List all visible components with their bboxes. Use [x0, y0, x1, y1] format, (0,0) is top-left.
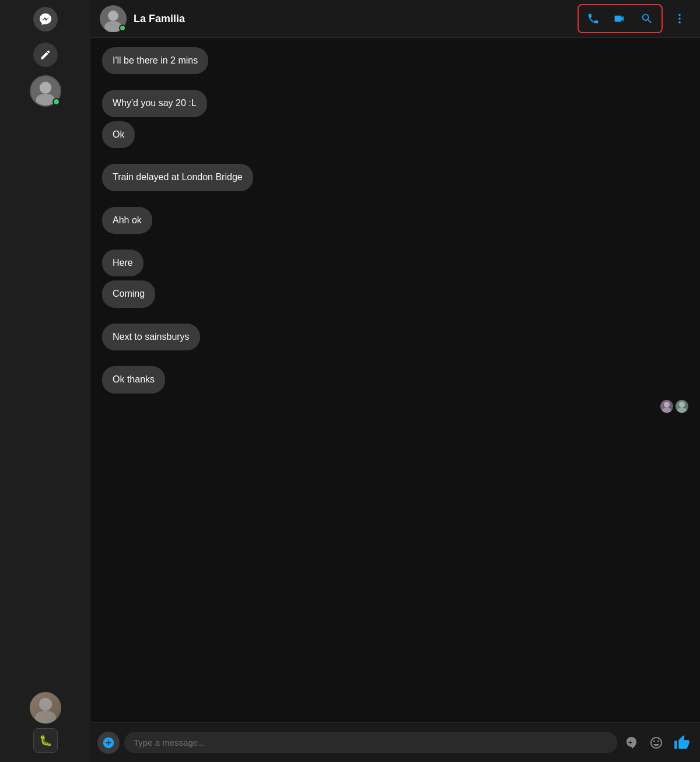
svg-point-0 — [39, 82, 51, 93]
svg-point-9 — [664, 402, 670, 408]
sidebar-bottom: 🐛 — [30, 692, 61, 753]
chat-title: La Familia — [134, 13, 578, 25]
message-row: Ok thanks — [102, 366, 688, 395]
message-bubble: Train delayed at London Bridge — [102, 164, 253, 191]
messenger-logo — [33, 7, 58, 31]
message-bubble: Ahh ok — [102, 207, 152, 234]
svg-point-7 — [678, 17, 681, 20]
message-bubble: Next to sainsburys — [102, 324, 200, 350]
svg-point-2 — [39, 698, 52, 711]
message-row: Ok — [102, 121, 688, 150]
svg-point-8 — [678, 22, 681, 24]
read-receipt-avatar-1 — [660, 400, 673, 413]
message-bubble: Here — [102, 250, 144, 276]
message-bubble: Ok thanks — [102, 366, 165, 393]
bug-report-button[interactable]: 🐛 — [33, 728, 58, 753]
emoji-button[interactable] — [646, 733, 666, 753]
input-area — [90, 722, 700, 762]
message-row: Here — [102, 250, 688, 279]
message-bubble: I'll be there in 2 mins — [102, 47, 208, 74]
sticker-button[interactable] — [622, 733, 642, 753]
video-call-button[interactable] — [609, 8, 631, 30]
read-receipt-avatar-2 — [676, 400, 688, 413]
chat-header-avatar — [100, 5, 127, 32]
sidebar-header — [0, 0, 90, 38]
svg-point-6 — [678, 14, 681, 16]
message-row: Ahh ok — [102, 207, 688, 236]
contact-avatar-familia[interactable] — [30, 75, 61, 107]
phone-call-button[interactable] — [582, 8, 604, 30]
message-row: Coming — [102, 280, 688, 310]
messages-area: I'll be there in 2 mins Why'd you say 20… — [90, 38, 700, 722]
add-attachment-button[interactable] — [97, 732, 120, 754]
message-row: I'll be there in 2 mins — [102, 47, 688, 76]
message-row: Next to sainsburys — [102, 324, 688, 353]
compose-button[interactable] — [33, 43, 58, 67]
sidebar: 🐛 — [0, 0, 90, 762]
chat-main: La Familia — [90, 0, 700, 762]
message-row: Why'd you say 20 :L — [102, 90, 688, 119]
header-actions — [578, 4, 691, 33]
message-input[interactable] — [124, 732, 617, 753]
online-indicator — [52, 98, 60, 106]
message-bubble: Ok — [102, 121, 135, 148]
svg-point-4 — [108, 10, 118, 21]
svg-point-1 — [36, 94, 55, 107]
search-button[interactable] — [636, 8, 658, 30]
svg-point-12 — [677, 408, 687, 413]
app-container: 🐛 La Familia — [0, 0, 700, 762]
svg-point-11 — [679, 402, 685, 408]
message-bubble: Why'd you say 20 :L — [102, 90, 207, 117]
highlighted-actions-box — [578, 4, 663, 33]
svg-point-10 — [662, 408, 671, 413]
header-online-dot — [119, 24, 126, 31]
message-bubble: Coming — [102, 280, 155, 307]
more-options-button[interactable] — [668, 8, 691, 30]
chat-header: La Familia — [90, 0, 700, 38]
read-receipts — [102, 400, 688, 413]
svg-point-3 — [35, 711, 56, 724]
like-button[interactable] — [671, 732, 693, 754]
message-row: Train delayed at London Bridge — [102, 164, 688, 193]
bottom-contact-avatar[interactable] — [30, 692, 61, 724]
